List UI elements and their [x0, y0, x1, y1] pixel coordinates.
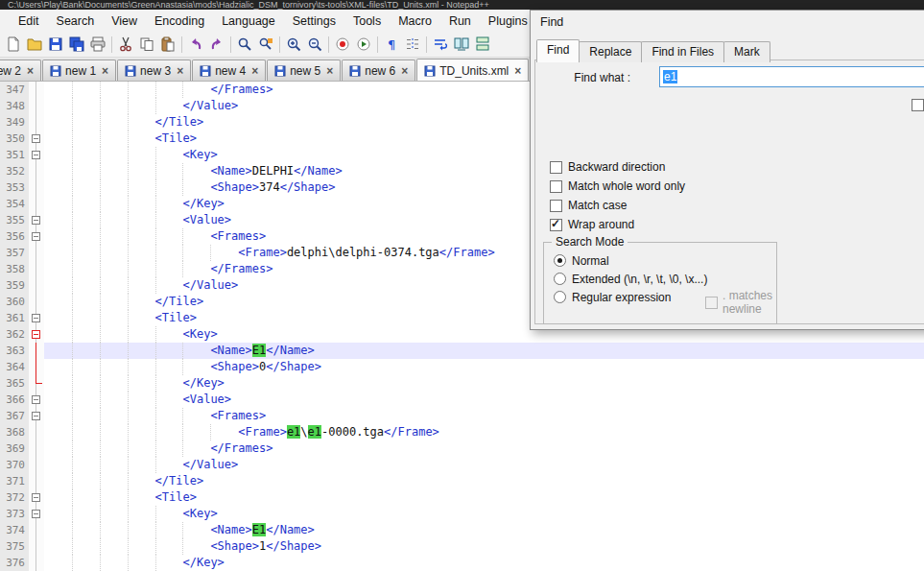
tab-close-icon[interactable]: ×: [102, 66, 108, 76]
indent-guide: [72, 245, 73, 261]
indent-guide: [72, 506, 73, 522]
code-line[interactable]: <Name>E1</Name>: [44, 343, 924, 359]
menu-item-plugins[interactable]: Plugins: [480, 12, 536, 31]
fold-marker[interactable]: [32, 330, 40, 339]
code-line[interactable]: <Frame>e1\e1-0000.tga</Frame>: [44, 424, 924, 440]
undo-icon[interactable]: [185, 34, 206, 55]
fold-marker[interactable]: [32, 134, 40, 143]
indent-guide: [100, 277, 101, 294]
redo-icon[interactable]: [206, 34, 227, 55]
tab-close-icon[interactable]: ×: [27, 66, 34, 76]
fold-marker[interactable]: [32, 314, 40, 322]
fold-marker[interactable]: [32, 412, 40, 420]
sync-vertical-icon[interactable]: [451, 34, 472, 55]
tab-new-3[interactable]: new 3×: [117, 59, 191, 81]
tab-new-2[interactable]: new 2×: [0, 59, 41, 81]
fold-marker[interactable]: [32, 395, 40, 404]
find-dialog-tab-mark[interactable]: Mark: [723, 41, 770, 62]
tab-close-icon[interactable]: ×: [326, 66, 333, 76]
code-line[interactable]: <Shape>0</Shape>: [44, 359, 924, 375]
indent-guide-icon[interactable]: [402, 34, 423, 55]
cut-icon[interactable]: [115, 34, 136, 55]
copy-icon[interactable]: [136, 34, 157, 55]
code-line[interactable]: <Key>: [44, 506, 924, 522]
open-file-icon[interactable]: [24, 34, 45, 55]
indent-guide: [72, 163, 73, 179]
tab-td-units-xml[interactable]: TD_Units.xml×: [416, 59, 529, 82]
print-icon[interactable]: [87, 34, 108, 55]
tab-close-icon[interactable]: ×: [401, 66, 408, 76]
zoom-in-icon[interactable]: [283, 34, 304, 55]
tab-new-4[interactable]: new 4×: [192, 59, 266, 81]
menu-item-tools[interactable]: Tools: [344, 12, 390, 31]
menu-item-search[interactable]: Search: [48, 12, 104, 31]
sync-horizontal-icon[interactable]: [472, 34, 493, 55]
code-line[interactable]: </Frames>: [44, 440, 924, 457]
code-line[interactable]: </Tile>: [44, 473, 924, 489]
find-dialog-tab-find[interactable]: Find: [536, 39, 580, 62]
menu-item-language[interactable]: Language: [213, 12, 284, 31]
indent-guide: [100, 294, 101, 310]
tab-new-5[interactable]: new 5×: [267, 59, 341, 81]
fold-marker[interactable]: [32, 232, 40, 241]
record-macro-icon[interactable]: [332, 34, 353, 55]
code-line[interactable]: <Tile>: [44, 489, 924, 506]
indent-guide: [100, 522, 101, 538]
find-dialog-tab-replace[interactable]: Replace: [579, 41, 642, 62]
menu-item-settings[interactable]: Settings: [284, 12, 344, 31]
option-match-case[interactable]: Match case: [550, 198, 627, 213]
fold-gutter: [29, 82, 44, 571]
paste-icon[interactable]: [157, 34, 178, 55]
menu-item-run[interactable]: Run: [440, 12, 480, 31]
tab-new-6[interactable]: new 6×: [342, 59, 415, 81]
menu-item-encoding[interactable]: Encoding: [146, 12, 213, 31]
replace-icon[interactable]: [255, 34, 276, 55]
zoom-out-icon[interactable]: [304, 34, 325, 55]
indent-guide: [128, 82, 129, 98]
search-mode-extended[interactable]: Extended (\n, \r, \t, \0, \x...): [554, 272, 707, 286]
find-icon[interactable]: [234, 34, 255, 55]
code-line[interactable]: <Name>E1</Name>: [44, 522, 924, 538]
indent-guide: [72, 555, 73, 571]
tab-close-icon[interactable]: ×: [514, 66, 521, 76]
indent-guide: [155, 440, 156, 457]
tab-new-1[interactable]: new 1×: [42, 59, 116, 81]
menu-item-macro[interactable]: Macro: [390, 12, 440, 31]
save-icon[interactable]: [45, 34, 66, 55]
option-backward-direction[interactable]: Backward direction: [550, 159, 665, 175]
fold-marker[interactable]: [32, 510, 40, 518]
indent-guide: [72, 522, 73, 538]
tab-close-icon[interactable]: ×: [251, 66, 258, 76]
line-number: 376: [0, 555, 25, 571]
menu-item-edit[interactable]: Edit: [10, 12, 48, 31]
indent-guide: [100, 212, 101, 228]
code-line[interactable]: </Key>: [44, 375, 924, 392]
save-all-icon[interactable]: [66, 34, 87, 55]
code-line[interactable]: </Key>: [44, 555, 924, 571]
menu-item-view[interactable]: View: [103, 12, 146, 31]
word-wrap-icon[interactable]: [430, 34, 451, 55]
play-macro-icon[interactable]: [353, 34, 374, 55]
code-line[interactable]: </Value>: [44, 457, 924, 473]
fold-marker[interactable]: [32, 216, 40, 225]
toolbar-separator: [377, 36, 378, 53]
code-line[interactable]: <Frames>: [44, 408, 924, 424]
fold-marker[interactable]: [32, 151, 40, 159]
code-line[interactable]: <Value>: [44, 392, 924, 408]
tab-close-icon[interactable]: ×: [177, 66, 183, 76]
matches-newline-option: . matches newline: [705, 289, 776, 316]
search-mode-regular[interactable]: Regular expression: [554, 290, 671, 304]
find-what-input[interactable]: e1: [659, 66, 924, 87]
option-wrap-around[interactable]: Wrap around: [550, 217, 634, 232]
show-all-characters-icon[interactable]: ¶: [381, 34, 402, 55]
find-dialog-tab-find-in-files[interactable]: Find in Files: [641, 41, 724, 62]
indent-guide: [128, 555, 129, 571]
cutoff-checkbox[interactable]: [912, 99, 924, 111]
option-match-whole-word-only[interactable]: Match whole word only: [550, 178, 685, 194]
indent-guide: [155, 506, 156, 522]
indent-guide: [155, 277, 156, 294]
search-mode-normal[interactable]: Normal: [554, 253, 609, 268]
new-file-icon[interactable]: [3, 34, 24, 55]
code-line[interactable]: <Shape>1</Shape>: [44, 538, 924, 555]
fold-marker[interactable]: [32, 493, 40, 502]
